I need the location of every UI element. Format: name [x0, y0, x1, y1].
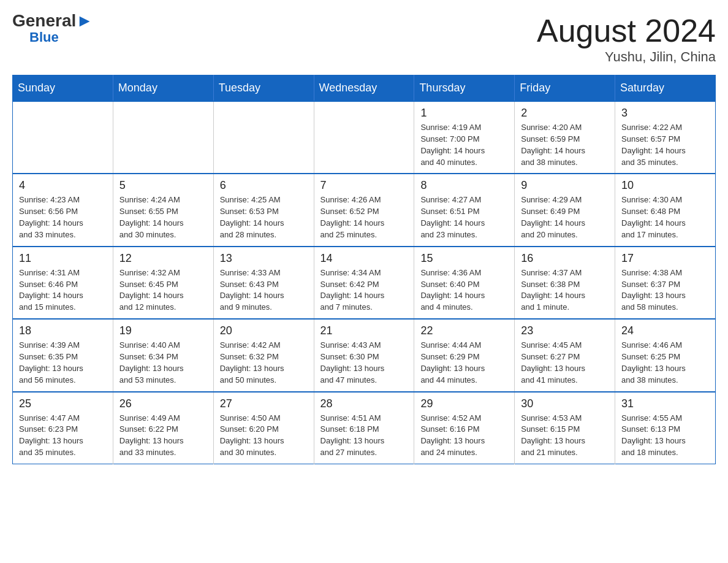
- calendar-header: SundayMondayTuesdayWednesdayThursdayFrid…: [13, 75, 716, 102]
- logo-triangle-icon: ►: [76, 11, 93, 30]
- day-number: 18: [19, 324, 107, 337]
- day-info: Sunrise: 4:40 AMSunset: 6:34 PMDaylight:…: [119, 340, 207, 386]
- calendar-cell: 21Sunrise: 4:43 AMSunset: 6:30 PMDayligh…: [314, 319, 414, 391]
- day-number: 17: [621, 252, 709, 265]
- calendar-table: SundayMondayTuesdayWednesdayThursdayFrid…: [12, 75, 716, 464]
- calendar-cell: 13Sunrise: 4:33 AMSunset: 6:43 PMDayligh…: [213, 247, 314, 319]
- day-info: Sunrise: 4:23 AMSunset: 6:56 PMDaylight:…: [19, 194, 107, 240]
- day-number: 24: [621, 324, 709, 337]
- day-number: 2: [521, 107, 609, 120]
- day-number: 12: [119, 252, 207, 265]
- calendar-week-4: 18Sunrise: 4:39 AMSunset: 6:35 PMDayligh…: [13, 319, 716, 391]
- calendar-cell: 23Sunrise: 4:45 AMSunset: 6:27 PMDayligh…: [515, 319, 615, 391]
- calendar-cell: 29Sunrise: 4:52 AMSunset: 6:16 PMDayligh…: [414, 392, 515, 464]
- day-info: Sunrise: 4:30 AMSunset: 6:48 PMDaylight:…: [621, 194, 709, 240]
- calendar-cell: 18Sunrise: 4:39 AMSunset: 6:35 PMDayligh…: [13, 319, 113, 391]
- logo-blue-text: Blue: [29, 29, 59, 45]
- day-info: Sunrise: 4:46 AMSunset: 6:25 PMDaylight:…: [621, 340, 709, 386]
- day-info: Sunrise: 4:34 AMSunset: 6:42 PMDaylight:…: [320, 267, 408, 313]
- day-info: Sunrise: 4:19 AMSunset: 7:00 PMDaylight:…: [420, 122, 508, 168]
- calendar-cell: 9Sunrise: 4:29 AMSunset: 6:49 PMDaylight…: [515, 174, 615, 246]
- calendar-cell: 8Sunrise: 4:27 AMSunset: 6:51 PMDaylight…: [414, 174, 515, 246]
- day-number: 15: [420, 252, 508, 265]
- calendar-cell: [113, 101, 213, 174]
- calendar-cell: 3Sunrise: 4:22 AMSunset: 6:57 PMDaylight…: [615, 101, 716, 174]
- day-info: Sunrise: 4:36 AMSunset: 6:40 PMDaylight:…: [420, 267, 508, 313]
- logo-general-text: General►: [12, 12, 93, 29]
- calendar-cell: 22Sunrise: 4:44 AMSunset: 6:29 PMDayligh…: [414, 319, 515, 391]
- day-number: 14: [320, 252, 408, 265]
- calendar-body: 1Sunrise: 4:19 AMSunset: 7:00 PMDaylight…: [13, 101, 716, 464]
- day-info: Sunrise: 4:27 AMSunset: 6:51 PMDaylight:…: [420, 194, 508, 240]
- calendar-cell: 30Sunrise: 4:53 AMSunset: 6:15 PMDayligh…: [515, 392, 615, 464]
- calendar-cell: 19Sunrise: 4:40 AMSunset: 6:34 PMDayligh…: [113, 319, 213, 391]
- day-info: Sunrise: 4:50 AMSunset: 6:20 PMDaylight:…: [220, 413, 308, 459]
- calendar-cell: 24Sunrise: 4:46 AMSunset: 6:25 PMDayligh…: [615, 319, 716, 391]
- day-number: 31: [621, 397, 709, 410]
- day-info: Sunrise: 4:37 AMSunset: 6:38 PMDaylight:…: [521, 267, 609, 313]
- day-number: 23: [521, 324, 609, 337]
- day-info: Sunrise: 4:42 AMSunset: 6:32 PMDaylight:…: [220, 340, 308, 386]
- day-number: 29: [420, 397, 508, 410]
- day-info: Sunrise: 4:29 AMSunset: 6:49 PMDaylight:…: [521, 194, 609, 240]
- day-number: 22: [420, 324, 508, 337]
- day-number: 1: [420, 107, 508, 120]
- day-info: Sunrise: 4:55 AMSunset: 6:13 PMDaylight:…: [621, 413, 709, 459]
- weekday-thursday: Thursday: [414, 75, 515, 102]
- day-info: Sunrise: 4:45 AMSunset: 6:27 PMDaylight:…: [521, 340, 609, 386]
- logo: General► Blue: [12, 12, 93, 45]
- weekday-saturday: Saturday: [615, 75, 716, 102]
- calendar-week-3: 11Sunrise: 4:31 AMSunset: 6:46 PMDayligh…: [13, 247, 716, 319]
- calendar-cell: 6Sunrise: 4:25 AMSunset: 6:53 PMDaylight…: [213, 174, 314, 246]
- day-info: Sunrise: 4:53 AMSunset: 6:15 PMDaylight:…: [521, 413, 609, 459]
- day-number: 28: [320, 397, 408, 410]
- weekday-monday: Monday: [113, 75, 213, 102]
- day-number: 16: [521, 252, 609, 265]
- calendar-cell: 5Sunrise: 4:24 AMSunset: 6:55 PMDaylight…: [113, 174, 213, 246]
- calendar-cell: 4Sunrise: 4:23 AMSunset: 6:56 PMDaylight…: [13, 174, 113, 246]
- calendar-week-1: 1Sunrise: 4:19 AMSunset: 7:00 PMDaylight…: [13, 101, 716, 174]
- calendar-cell: 31Sunrise: 4:55 AMSunset: 6:13 PMDayligh…: [615, 392, 716, 464]
- day-info: Sunrise: 4:22 AMSunset: 6:57 PMDaylight:…: [621, 122, 709, 168]
- calendar-cell: 12Sunrise: 4:32 AMSunset: 6:45 PMDayligh…: [113, 247, 213, 319]
- day-info: Sunrise: 4:31 AMSunset: 6:46 PMDaylight:…: [19, 267, 107, 313]
- day-info: Sunrise: 4:43 AMSunset: 6:30 PMDaylight:…: [320, 340, 408, 386]
- day-number: 30: [521, 397, 609, 410]
- calendar-cell: 11Sunrise: 4:31 AMSunset: 6:46 PMDayligh…: [13, 247, 113, 319]
- calendar-cell: 2Sunrise: 4:20 AMSunset: 6:59 PMDaylight…: [515, 101, 615, 174]
- day-number: 13: [220, 252, 308, 265]
- weekday-friday: Friday: [515, 75, 615, 102]
- day-number: 10: [621, 179, 709, 192]
- weekday-tuesday: Tuesday: [213, 75, 314, 102]
- day-number: 26: [119, 397, 207, 410]
- calendar-cell: 14Sunrise: 4:34 AMSunset: 6:42 PMDayligh…: [314, 247, 414, 319]
- day-info: Sunrise: 4:25 AMSunset: 6:53 PMDaylight:…: [220, 194, 308, 240]
- day-number: 5: [119, 179, 207, 192]
- calendar-cell: 7Sunrise: 4:26 AMSunset: 6:52 PMDaylight…: [314, 174, 414, 246]
- day-number: 21: [320, 324, 408, 337]
- calendar-cell: 27Sunrise: 4:50 AMSunset: 6:20 PMDayligh…: [213, 392, 314, 464]
- weekday-header-row: SundayMondayTuesdayWednesdayThursdayFrid…: [13, 75, 716, 102]
- calendar-week-2: 4Sunrise: 4:23 AMSunset: 6:56 PMDaylight…: [13, 174, 716, 246]
- calendar-cell: [314, 101, 414, 174]
- calendar-cell: 28Sunrise: 4:51 AMSunset: 6:18 PMDayligh…: [314, 392, 414, 464]
- day-number: 4: [19, 179, 107, 192]
- calendar-cell: 20Sunrise: 4:42 AMSunset: 6:32 PMDayligh…: [213, 319, 314, 391]
- day-info: Sunrise: 4:44 AMSunset: 6:29 PMDaylight:…: [420, 340, 508, 386]
- day-number: 27: [220, 397, 308, 410]
- page-header: General► Blue August 2024 Yushu, Jilin, …: [12, 12, 716, 65]
- calendar-title: August 2024: [537, 12, 716, 49]
- day-info: Sunrise: 4:38 AMSunset: 6:37 PMDaylight:…: [621, 267, 709, 313]
- calendar-cell: [13, 101, 113, 174]
- day-info: Sunrise: 4:47 AMSunset: 6:23 PMDaylight:…: [19, 413, 107, 459]
- day-info: Sunrise: 4:32 AMSunset: 6:45 PMDaylight:…: [119, 267, 207, 313]
- day-info: Sunrise: 4:33 AMSunset: 6:43 PMDaylight:…: [220, 267, 308, 313]
- weekday-sunday: Sunday: [13, 75, 113, 102]
- day-number: 11: [19, 252, 107, 265]
- day-number: 7: [320, 179, 408, 192]
- day-info: Sunrise: 4:52 AMSunset: 6:16 PMDaylight:…: [420, 413, 508, 459]
- weekday-wednesday: Wednesday: [314, 75, 414, 102]
- calendar-cell: 15Sunrise: 4:36 AMSunset: 6:40 PMDayligh…: [414, 247, 515, 319]
- calendar-cell: 16Sunrise: 4:37 AMSunset: 6:38 PMDayligh…: [515, 247, 615, 319]
- calendar-cell: 10Sunrise: 4:30 AMSunset: 6:48 PMDayligh…: [615, 174, 716, 246]
